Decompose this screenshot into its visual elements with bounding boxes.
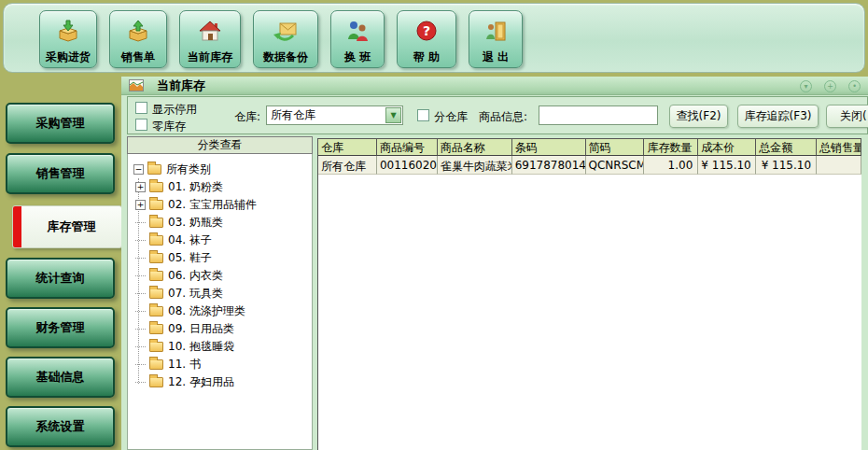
- folder-icon: [149, 359, 163, 370]
- tree-item[interactable]: + 02. 宝宝用品辅件: [128, 196, 312, 214]
- column-header-short-code[interactable]: 简码: [586, 139, 645, 156]
- sidebar-item-statistics-query[interactable]: 统计查询: [6, 258, 115, 299]
- current-inventory-button[interactable]: 当前库存: [179, 10, 241, 68]
- sidebar-item-finance-mgmt[interactable]: 财务管理: [6, 307, 115, 348]
- tree-item[interactable]: 08. 洗涤护理类: [128, 302, 312, 320]
- sales-order-button[interactable]: 销售单: [109, 10, 167, 68]
- warehouse-select[interactable]: 所有仓库 ▼: [266, 105, 403, 125]
- panel-title: 当前库存: [157, 77, 205, 94]
- table-header-row: 仓库 商品编号 商品名称 条码 简码 库存数量 成本价 总金额 总销售量: [318, 139, 861, 156]
- tree-item[interactable]: 05. 鞋子: [128, 249, 312, 267]
- tree-item-label: 08. 洗涤护理类: [168, 303, 245, 319]
- find-button[interactable]: 查找(F2): [669, 105, 728, 128]
- category-tree-panel: 分类查看 − 所有类别 + 01. 奶粉类 + 02.: [127, 136, 313, 450]
- expand-icon[interactable]: +: [135, 182, 146, 192]
- column-header-cost-price[interactable]: 成本价: [698, 139, 756, 156]
- tree-connector: [135, 293, 146, 294]
- toolbar-button-label: 退 出: [483, 49, 509, 64]
- expand-icon[interactable]: +: [135, 200, 146, 210]
- table-row[interactable]: 所有仓库 00116020 雀巢牛肉蔬菜米 6917878014333 QCNR…: [318, 156, 861, 175]
- sidebar-item-sales-mgmt[interactable]: 销售管理: [6, 153, 115, 194]
- tree-item-root[interactable]: − 所有类别: [128, 161, 312, 178]
- tree-connector: [135, 275, 146, 276]
- tree-item[interactable]: 09. 日用品类: [128, 320, 312, 338]
- tree-connector: [135, 329, 146, 330]
- sidebar-item-label: 系统设置: [36, 418, 85, 435]
- tree-item[interactable]: 12. 孕妇用品: [128, 373, 312, 391]
- sidebar-item-system-settings[interactable]: 系统设置: [6, 406, 115, 447]
- window-expand-icon[interactable]: +: [824, 80, 836, 92]
- column-header-product-name[interactable]: 商品名称: [438, 139, 512, 156]
- tree-connector: [135, 240, 146, 241]
- folder-icon: [149, 271, 163, 281]
- close-button-label: 关闭(: [840, 108, 867, 124]
- tree-connector: [135, 311, 146, 312]
- toolbar-button-label: 换 班: [344, 49, 371, 64]
- window-controls: ▾ + •: [800, 80, 861, 92]
- tree-children: + 01. 奶粉类 + 02. 宝宝用品辅件 03. 奶瓶类: [128, 178, 312, 391]
- sidebar-item-base-info[interactable]: 基础信息: [6, 357, 115, 398]
- tree-item[interactable]: 11. 书: [128, 356, 312, 373]
- cell-short-code: QCNRSCMF: [586, 156, 645, 175]
- tree-item[interactable]: 10. 抱毯睡袋: [128, 338, 312, 356]
- tree-item[interactable]: 04. 袜子: [128, 232, 312, 249]
- folder-icon: [149, 324, 163, 334]
- folder-icon: [149, 377, 163, 387]
- toolbar-button-label: 帮 助: [413, 49, 440, 64]
- inventory-track-button[interactable]: 库存追踪(F3): [737, 105, 819, 128]
- collapse-icon[interactable]: −: [133, 164, 144, 175]
- toolbar-button-label: 数据备份: [263, 49, 308, 64]
- column-header-total-amount[interactable]: 总金额: [756, 139, 817, 156]
- tree-item-label: 12. 孕妇用品: [168, 374, 234, 390]
- tree-item-label: 03. 奶瓶类: [168, 215, 223, 231]
- column-header-warehouse[interactable]: 仓库: [318, 139, 377, 156]
- column-header-quantity[interactable]: 库存数量: [644, 139, 698, 156]
- tree-connector: [135, 364, 146, 365]
- exit-button[interactable]: 退 出: [469, 10, 523, 68]
- help-button[interactable]: ? 帮 助: [397, 10, 456, 68]
- main-toolbar: 采购进货 销售单: [3, 3, 865, 73]
- shift-change-button[interactable]: 换 班: [330, 10, 385, 68]
- window-minimize-icon[interactable]: ▾: [800, 80, 812, 92]
- tree-item-label: 09. 日用品类: [168, 321, 234, 337]
- exit-door-icon: [483, 14, 508, 49]
- column-header-product-id[interactable]: 商品编号: [377, 139, 438, 156]
- purchase-inbound-button[interactable]: 采购进货: [39, 10, 97, 68]
- tree-item[interactable]: 06. 内衣类: [128, 267, 312, 285]
- sidebar-item-purchase-mgmt[interactable]: 采购管理: [6, 103, 115, 144]
- cell-warehouse: 所有仓库: [318, 156, 377, 175]
- cell-product-id: 00116020: [377, 156, 438, 175]
- toolbar-button-label: 当前库存: [188, 49, 232, 64]
- split-warehouse-checkbox[interactable]: [417, 109, 429, 121]
- find-button-label: 查找(F2): [677, 108, 721, 124]
- house-icon: [198, 14, 222, 49]
- show-disabled-checkbox[interactable]: [135, 102, 147, 114]
- window-close-icon[interactable]: •: [848, 80, 861, 92]
- sidebar-item-label: 财务管理: [36, 319, 85, 336]
- cell-total-sales: [817, 156, 861, 175]
- tree-connector: [135, 346, 146, 347]
- chevron-down-icon[interactable]: ▼: [385, 107, 401, 123]
- cell-product-name: 雀巢牛肉蔬菜米: [438, 156, 512, 175]
- tree-item[interactable]: + 01. 奶粉类: [128, 178, 312, 196]
- data-backup-button[interactable]: 数据备份: [253, 10, 318, 68]
- folder-icon: [149, 200, 163, 210]
- tree-item[interactable]: 03. 奶瓶类: [128, 214, 312, 232]
- sidebar-item-label: 统计查询: [36, 270, 85, 287]
- close-button[interactable]: 关闭(: [826, 105, 868, 128]
- column-header-barcode[interactable]: 条码: [512, 139, 586, 156]
- tree-item-label: 01. 奶粉类: [168, 179, 223, 195]
- category-tree: − 所有类别 + 01. 奶粉类 + 02. 宝宝用品辅件: [127, 154, 313, 450]
- zero-stock-checkbox[interactable]: [135, 119, 147, 131]
- tree-item[interactable]: 07. 玩具类: [128, 285, 312, 302]
- tree-item-label: 06. 内衣类: [168, 268, 223, 284]
- folder-icon: [149, 182, 163, 192]
- product-info-input[interactable]: [539, 105, 658, 125]
- envelope-backup-icon: [273, 14, 299, 49]
- sidebar-item-label: 基础信息: [36, 369, 85, 386]
- tree-item-label: 11. 书: [168, 357, 201, 373]
- sidebar-item-inventory-mgmt[interactable]: 库存管理: [12, 205, 122, 248]
- column-header-total-sales[interactable]: 总销售量: [817, 139, 861, 156]
- tree-item-label: 07. 玩具类: [168, 286, 223, 302]
- box-arrow-down-icon: [56, 14, 80, 49]
